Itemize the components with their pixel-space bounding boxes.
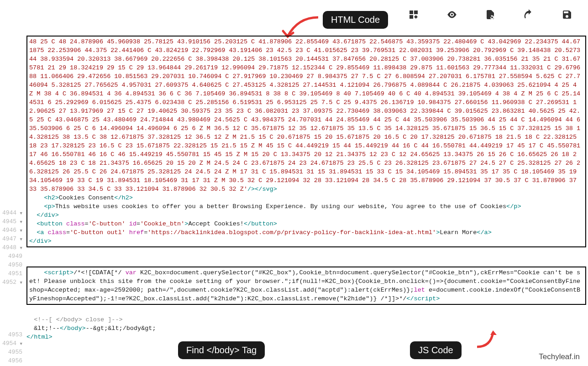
js-code-block: <script>/*<![CDATA[*/ var K2C_box=docume…	[26, 267, 586, 305]
html-code-block: 48 25 C 48 24.878906 45.960938 25.78125 …	[26, 36, 586, 247]
code-line-4946: </div>	[29, 211, 583, 220]
save-icon[interactable]	[561, 8, 573, 21]
code-line-4954: <!--[ </body> close ]-->	[26, 315, 586, 324]
code-line-4950	[26, 249, 586, 258]
code-line-4947: <button class='C-button' id='Cookie_btn'…	[29, 220, 583, 228]
code-line-4949: </div>	[29, 237, 583, 246]
visibility-icon[interactable]	[446, 8, 458, 21]
restore-icon[interactable]	[484, 8, 497, 21]
code-line-4952: <script>/*<![CDATA[*/ var K2C_box=docume…	[29, 268, 583, 303]
code-line-4944: <h2>Cookies Consent</h2>	[29, 193, 583, 202]
code-editor[interactable]: 48 25 C 48 24.878906 45.960938 25.78125 …	[26, 36, 586, 341]
svg-rect-0	[410, 10, 413, 14]
js-code-label: JS Code	[410, 341, 462, 359]
line-gutter-2: 4953 4954 ▼ 4955 4956	[0, 331, 25, 366]
code-line-4956: </html>	[26, 333, 586, 341]
code-line-4955: &lt;!--</body>--&gt;&lt;/body&gt;	[26, 324, 586, 333]
watermark: Techyleaf.in	[539, 352, 580, 361]
html-code-label: HTML Code	[323, 11, 388, 29]
code-line-4945: <p>This website uses cookies to offer yo…	[29, 202, 583, 211]
svg-path-data: 48 25 C 48 24.878906 45.960938 25.78125 …	[29, 38, 584, 193]
line-gutter: 4944 ▼ 4945 ▼ 4946 ▼ 4947 ▼ 4948 ▼ 4949 …	[0, 209, 25, 288]
svg-rect-2	[410, 15, 413, 19]
code-line-4953	[26, 307, 586, 315]
svg-point-3	[451, 14, 453, 16]
undo-icon[interactable]	[522, 8, 535, 21]
grid-icon[interactable]	[407, 8, 420, 21]
code-line-4951	[26, 258, 586, 267]
code-line-4948: <a class='C-button outl' href='https://b…	[29, 228, 583, 237]
svg-rect-1	[414, 10, 418, 14]
find-body-label: Find </body> Tag	[178, 341, 265, 359]
editor-toolbar	[407, 8, 573, 21]
